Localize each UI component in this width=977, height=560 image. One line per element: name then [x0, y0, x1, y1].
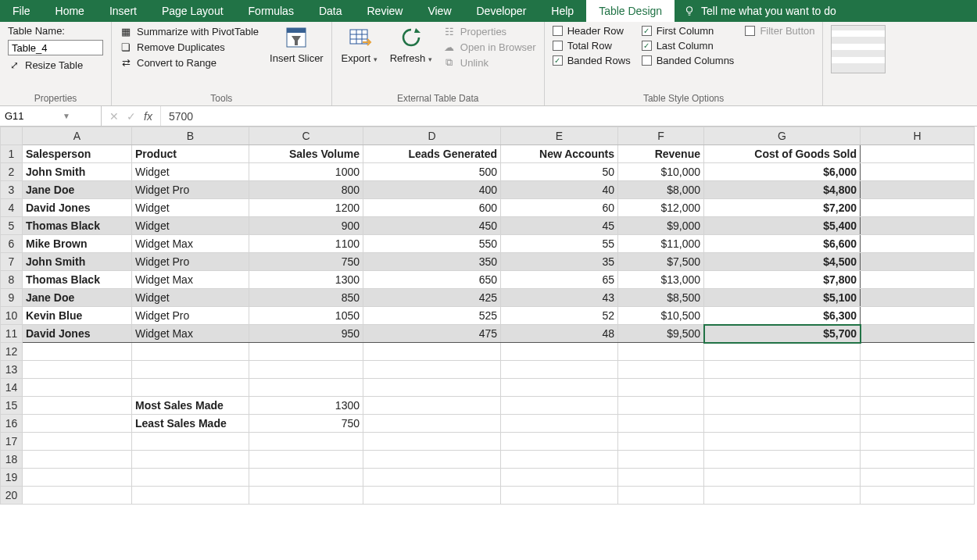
cell-D19[interactable]: [363, 469, 501, 487]
cell-F10[interactable]: $10,500: [618, 307, 704, 325]
column-header-B[interactable]: B: [132, 127, 249, 145]
first-column-toggle[interactable]: First Column: [642, 25, 735, 37]
insert-slicer-button[interactable]: Insert Slicer: [270, 25, 324, 64]
cell-D16[interactable]: [363, 415, 501, 433]
cell-C15[interactable]: 1300: [249, 397, 363, 415]
cell-H14[interactable]: [861, 379, 975, 397]
cell-E18[interactable]: [501, 451, 618, 469]
cell-D9[interactable]: 425: [363, 289, 501, 307]
refresh-button[interactable]: Refresh ▾: [390, 25, 432, 64]
cell-H1[interactable]: [861, 145, 975, 163]
column-header-C[interactable]: C: [249, 127, 363, 145]
row-header-4[interactable]: 4: [1, 199, 23, 217]
cell-G2[interactable]: $6,000: [704, 163, 861, 181]
cell-A15[interactable]: [23, 397, 132, 415]
cell-C13[interactable]: [249, 361, 363, 379]
cell-A6[interactable]: Mike Brown: [23, 235, 132, 253]
name-box-input[interactable]: [5, 110, 59, 122]
cell-A16[interactable]: [23, 415, 132, 433]
cell-G12[interactable]: [704, 343, 861, 361]
banded-rows-toggle[interactable]: Banded Rows: [553, 55, 631, 66]
select-all-corner[interactable]: [1, 127, 23, 145]
cell-A13[interactable]: [23, 361, 132, 379]
remove-dups-button[interactable]: ❏Remove Duplicates: [120, 41, 259, 53]
tab-help[interactable]: Help: [539, 0, 586, 22]
cell-B7[interactable]: Widget Pro: [132, 253, 249, 271]
cell-C12[interactable]: [249, 343, 363, 361]
cell-F16[interactable]: [618, 415, 704, 433]
cell-E15[interactable]: [501, 397, 618, 415]
cell-D18[interactable]: [363, 451, 501, 469]
cell-C11[interactable]: 950: [249, 325, 363, 343]
cell-H5[interactable]: [861, 217, 975, 235]
cell-C2[interactable]: 1000: [249, 163, 363, 181]
cell-H17[interactable]: [861, 433, 975, 451]
row-header-20[interactable]: 20: [1, 487, 23, 505]
cell-G9[interactable]: $5,100: [704, 289, 861, 307]
cell-H3[interactable]: [861, 181, 975, 199]
cell-G11[interactable]: $5,700: [704, 325, 861, 343]
tab-formulas[interactable]: Formulas: [236, 0, 306, 22]
cell-B13[interactable]: [132, 361, 249, 379]
row-header-1[interactable]: 1: [1, 145, 23, 163]
cell-F15[interactable]: [618, 397, 704, 415]
row-header-2[interactable]: 2: [1, 163, 23, 181]
cell-D12[interactable]: [363, 343, 501, 361]
last-column-toggle[interactable]: Last Column: [642, 40, 735, 52]
cell-F19[interactable]: [618, 469, 704, 487]
cell-G20[interactable]: [704, 487, 861, 505]
cell-D4[interactable]: 600: [363, 199, 501, 217]
cell-F3[interactable]: $8,000: [618, 181, 704, 199]
column-header-G[interactable]: G: [704, 127, 861, 145]
cell-B16[interactable]: Least Sales Made: [132, 415, 249, 433]
cell-G16[interactable]: [704, 415, 861, 433]
cell-D13[interactable]: [363, 361, 501, 379]
column-header-E[interactable]: E: [501, 127, 618, 145]
cell-A7[interactable]: John Smith: [23, 253, 132, 271]
cell-D17[interactable]: [363, 433, 501, 451]
cell-G19[interactable]: [704, 469, 861, 487]
pivot-button[interactable]: ▦Summarize with PivotTable: [120, 25, 259, 37]
cell-D3[interactable]: 400: [363, 181, 501, 199]
cell-A14[interactable]: [23, 379, 132, 397]
row-header-8[interactable]: 8: [1, 271, 23, 289]
cell-E17[interactable]: [501, 433, 618, 451]
cell-H20[interactable]: [861, 487, 975, 505]
cell-G4[interactable]: $7,200: [704, 199, 861, 217]
cell-H4[interactable]: [861, 199, 975, 217]
cell-H8[interactable]: [861, 271, 975, 289]
cell-G10[interactable]: $6,300: [704, 307, 861, 325]
cell-H12[interactable]: [861, 343, 975, 361]
cell-F9[interactable]: $8,500: [618, 289, 704, 307]
cell-F20[interactable]: [618, 487, 704, 505]
cell-C20[interactable]: [249, 487, 363, 505]
cell-F4[interactable]: $12,000: [618, 199, 704, 217]
column-header-H[interactable]: H: [861, 127, 975, 145]
cell-C8[interactable]: 1300: [249, 271, 363, 289]
cell-F1[interactable]: Revenue: [618, 145, 704, 163]
row-header-5[interactable]: 5: [1, 217, 23, 235]
cell-D5[interactable]: 450: [363, 217, 501, 235]
cell-H16[interactable]: [861, 415, 975, 433]
cell-F2[interactable]: $10,000: [618, 163, 704, 181]
cell-G14[interactable]: [704, 379, 861, 397]
cell-B12[interactable]: [132, 343, 249, 361]
cell-E11[interactable]: 48: [501, 325, 618, 343]
cell-H19[interactable]: [861, 469, 975, 487]
convert-range-button[interactable]: ⇄Convert to Range: [120, 56, 259, 69]
row-header-19[interactable]: 19: [1, 469, 23, 487]
cell-G18[interactable]: [704, 451, 861, 469]
cell-A1[interactable]: Salesperson: [23, 145, 132, 163]
cell-E8[interactable]: 65: [501, 271, 618, 289]
table-style-swatch[interactable]: [831, 25, 886, 73]
cell-C5[interactable]: 900: [249, 217, 363, 235]
row-header-10[interactable]: 10: [1, 307, 23, 325]
cell-A17[interactable]: [23, 433, 132, 451]
cell-B15[interactable]: Most Sales Made: [132, 397, 249, 415]
fx-icon[interactable]: fx: [144, 110, 152, 123]
cell-H2[interactable]: [861, 163, 975, 181]
row-header-3[interactable]: 3: [1, 181, 23, 199]
header-row-toggle[interactable]: Header Row: [553, 25, 631, 37]
total-row-toggle[interactable]: Total Row: [553, 40, 631, 52]
cell-F12[interactable]: [618, 343, 704, 361]
